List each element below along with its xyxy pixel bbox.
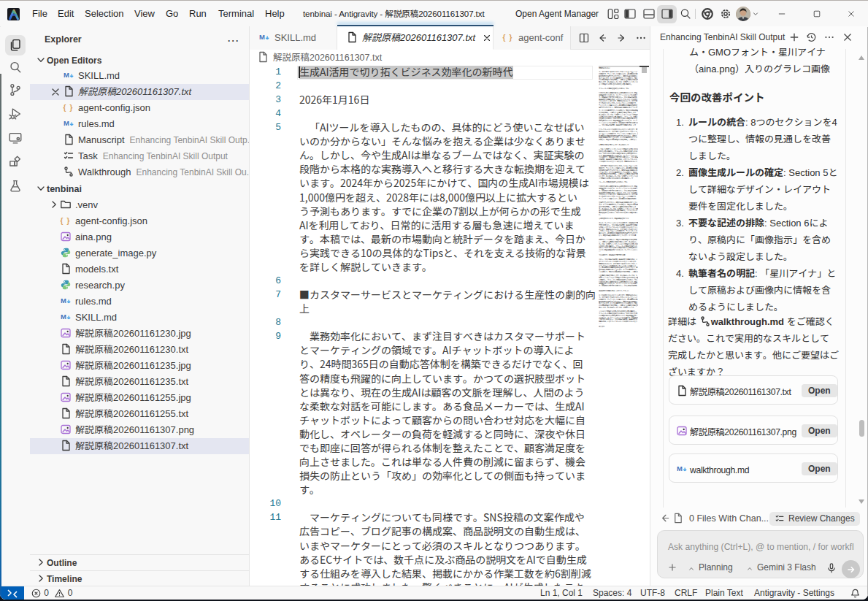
- svg-text:}: }: [67, 217, 70, 225]
- svg-text:{: {: [61, 217, 64, 225]
- svg-text:}: }: [510, 34, 512, 42]
- svg-text:M: M: [61, 313, 66, 321]
- svg-text:M: M: [677, 464, 683, 472]
- svg-text:{: {: [503, 34, 506, 42]
- svg-text:M: M: [259, 33, 265, 41]
- svg-text:}: }: [70, 104, 73, 112]
- svg-text:M: M: [64, 71, 69, 79]
- svg-text:M: M: [64, 119, 69, 127]
- svg-text:{: {: [64, 104, 66, 112]
- svg-text:M: M: [61, 296, 66, 305]
